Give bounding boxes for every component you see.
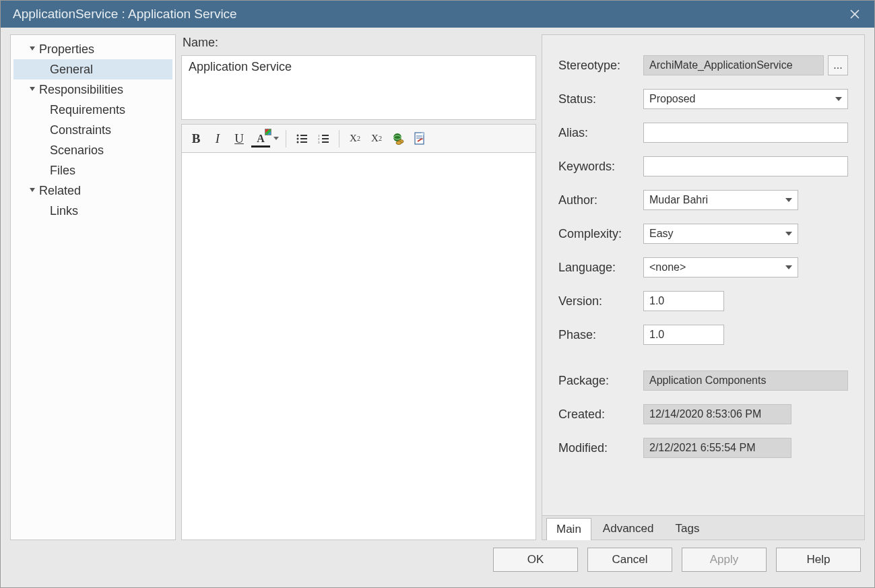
row-status: Status: Proposed: [558, 89, 848, 109]
numbered-list-icon: 1 2 3: [317, 133, 329, 144]
status-combo[interactable]: Proposed: [643, 89, 848, 109]
version-input[interactable]: 1.0: [643, 291, 724, 311]
keywords-input[interactable]: [643, 156, 848, 176]
apply-button[interactable]: Apply: [682, 548, 767, 572]
tree-item-related[interactable]: Related: [13, 181, 172, 201]
tab-main[interactable]: Main: [546, 518, 591, 540]
insert-document-button[interactable]: [410, 129, 430, 149]
numbered-list-button[interactable]: 1 2 3: [313, 129, 333, 149]
tree-item-responsibilities[interactable]: Responsibilities: [13, 79, 172, 100]
tree-item-scenarios[interactable]: Scenarios: [13, 140, 172, 160]
row-stereotype: Stereotype: ArchiMate_ApplicationService…: [558, 55, 848, 75]
tree-label: Related: [39, 184, 81, 198]
created-value: 12/14/2020 8:53:06 PM: [649, 408, 761, 420]
modified-label: Modified:: [558, 441, 643, 455]
chevron-down-icon: [785, 232, 792, 236]
complexity-combo[interactable]: Easy: [643, 224, 798, 244]
document-icon: [414, 132, 426, 145]
tree-label: Scenarios: [50, 143, 104, 158]
phase-value: 1.0: [649, 329, 664, 341]
superscript-button[interactable]: X2: [345, 129, 365, 149]
tab-tags[interactable]: Tags: [665, 517, 709, 540]
created-field: 12/14/2020 8:53:06 PM: [643, 404, 791, 424]
help-button[interactable]: Help: [776, 548, 861, 572]
row-alias: Alias:: [558, 123, 848, 143]
tree-item-properties[interactable]: Properties: [13, 39, 172, 59]
font-color-button[interactable]: A: [251, 129, 271, 149]
name-input[interactable]: Application Service: [181, 55, 536, 120]
bullet-list-icon: [296, 133, 308, 144]
ok-button[interactable]: OK: [493, 548, 578, 572]
alias-label: Alias:: [558, 126, 643, 140]
stereotype-browse-button[interactable]: ...: [828, 55, 848, 75]
complexity-value: Easy: [649, 228, 674, 240]
description-area: B I U A: [181, 124, 536, 540]
tree-label: Properties: [39, 42, 94, 57]
author-label: Author:: [558, 193, 643, 207]
complexity-label: Complexity:: [558, 227, 643, 241]
status-value: Proposed: [649, 93, 696, 105]
svg-rect-11: [322, 138, 329, 139]
package-field: Application Components: [643, 370, 848, 391]
modified-value: 2/12/2021 6:55:54 PM: [649, 442, 755, 454]
subscript-button[interactable]: X2: [366, 129, 387, 149]
tab-advanced[interactable]: Advanced: [593, 517, 664, 540]
separator: [339, 130, 339, 148]
alias-input[interactable]: [643, 123, 848, 143]
center-column: Name: Application Service B I U A: [181, 34, 536, 540]
svg-rect-13: [322, 141, 329, 143]
tree-item-links[interactable]: Links: [13, 201, 172, 221]
tree-item-general[interactable]: General: [13, 59, 172, 79]
version-value: 1.0: [649, 295, 664, 307]
tree-label: Constraints: [50, 123, 111, 137]
tree-label: Links: [50, 204, 78, 218]
tree-item-requirements[interactable]: Requirements: [13, 100, 172, 120]
row-complexity: Complexity: Easy: [558, 224, 848, 244]
tree-item-files[interactable]: Files: [13, 160, 172, 181]
author-value: Mudar Bahri: [649, 194, 708, 206]
stereotype-label: Stereotype:: [558, 59, 643, 73]
svg-rect-5: [300, 138, 307, 139]
author-combo[interactable]: Mudar Bahri: [643, 190, 798, 210]
underline-bar-icon: [251, 145, 270, 148]
phase-label: Phase:: [558, 328, 643, 342]
cancel-button[interactable]: Cancel: [587, 548, 672, 572]
version-label: Version:: [558, 294, 643, 308]
expand-icon: [30, 188, 35, 192]
expand-icon: [30, 46, 35, 51]
rich-text-toolbar: B I U A: [182, 125, 536, 153]
bold-button[interactable]: B: [186, 129, 206, 149]
close-button[interactable]: [843, 3, 866, 26]
main-area: Properties General Responsibilities Requ…: [10, 34, 865, 540]
tree-item-constraints[interactable]: Constraints: [13, 120, 172, 140]
row-version: Version: 1.0: [558, 291, 848, 311]
tree-label: Files: [50, 164, 75, 178]
chevron-down-icon: [835, 97, 842, 101]
package-label: Package:: [558, 374, 643, 388]
svg-point-6: [297, 141, 299, 143]
close-icon: [850, 9, 860, 19]
separator: [286, 130, 286, 148]
bullet-list-button[interactable]: [292, 129, 312, 149]
svg-rect-7: [300, 141, 307, 143]
svg-point-2: [297, 134, 299, 136]
description-editor[interactable]: [182, 153, 536, 540]
keywords-label: Keywords:: [558, 160, 643, 174]
name-label: Name:: [181, 34, 536, 51]
phase-input[interactable]: 1.0: [643, 325, 724, 345]
row-language: Language: <none>: [558, 257, 848, 277]
category-tree[interactable]: Properties General Responsibilities Requ…: [10, 34, 176, 540]
properties-panel: Stereotype: ArchiMate_ApplicationService…: [542, 34, 865, 540]
tree-label: General: [50, 63, 93, 77]
font-color-dropdown[interactable]: [272, 137, 280, 140]
language-value: <none>: [649, 261, 686, 273]
tree-label: Requirements: [50, 103, 125, 117]
language-combo[interactable]: <none>: [643, 257, 798, 277]
hyperlink-button[interactable]: [388, 129, 408, 149]
stereotype-field[interactable]: ArchiMate_ApplicationService: [643, 55, 824, 75]
row-author: Author: Mudar Bahri: [558, 190, 848, 210]
italic-button[interactable]: I: [207, 129, 228, 149]
tree-label: Responsibilities: [39, 83, 123, 97]
window-title: ApplicationService : Application Service: [13, 7, 843, 22]
underline-button[interactable]: U: [229, 129, 249, 149]
